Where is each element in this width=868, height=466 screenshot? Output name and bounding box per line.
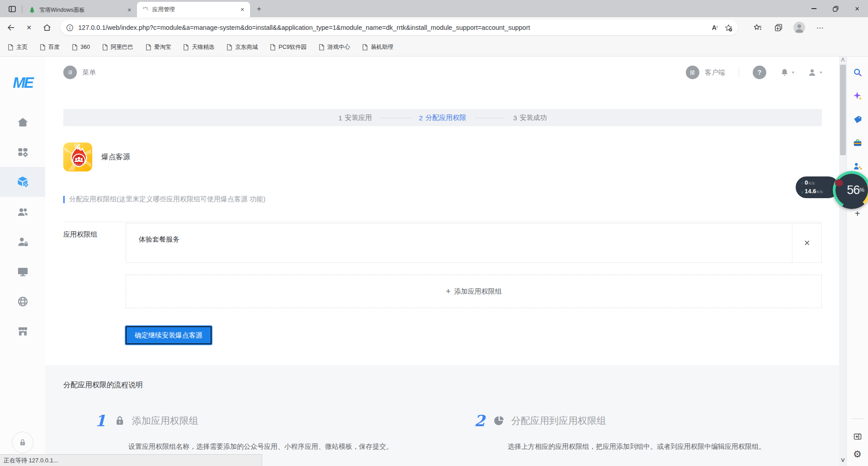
app-sidebar: ME [0,57,45,466]
url-text[interactable]: 127.0.0.1/web/index.php?c=module&a=manag… [78,24,708,31]
edge-sidebar-bottom: ⚙ [847,418,868,466]
bookmark-pc9[interactable]: PC9软件园 [269,43,307,51]
close-window-button[interactable]: ✕ [846,0,868,17]
page-scrollbar[interactable]: ˄ ˅ [839,57,847,466]
profile-avatar[interactable] [792,20,807,35]
confirm-install-button[interactable]: 确定继续安装爆点客源 [126,326,212,344]
sidebar-item-store[interactable] [0,316,45,346]
edge-search-icon[interactable] [850,65,865,80]
chevron-down-icon: ▾ [820,70,822,75]
module-name: 爆点客源 [101,152,130,162]
sidebar-lock[interactable] [0,432,45,453]
notifications-button[interactable]: ▾ [780,68,794,77]
tab-title: 应用管理 [152,6,238,14]
bookmark-homepage[interactable]: 主页 [7,43,28,51]
page-icon [145,44,151,51]
guide-step-title: 分配应用到应用权限组 [511,414,606,427]
sidebar-item-apps[interactable] [0,137,45,167]
edge-toolbox-icon[interactable] [850,135,865,151]
upload-arrow-icon: ↑ [801,180,803,187]
step-connector [474,118,505,118]
settings-more-icon[interactable]: ⋯ [813,20,827,35]
loading-spinner-icon [142,6,149,13]
tab-close-icon[interactable]: ✕ [238,5,246,14]
sidebar-item-home[interactable] [0,107,45,137]
help-button[interactable]: ? [753,66,766,79]
bookmark-jd[interactable]: 京东商城 [226,43,258,51]
caption-text: 分配应用权限组(这里来定义哪些应用权限组可使用爆点客源 功能) [69,195,265,204]
page-icon [269,44,276,51]
page-icon [183,44,189,51]
tab-strip: 宝塔Windows面板 ✕ 应用管理 ✕ + ✕ [0,0,868,17]
sidebar-item-modules[interactable] [0,167,45,197]
form-label: 应用权限组 [63,223,126,263]
bell-icon [780,68,789,77]
new-tab-button[interactable]: + [253,3,265,15]
tab-close-icon[interactable]: ✕ [125,6,133,14]
bookmark-aitaobao[interactable]: 爱淘宝 [145,43,171,51]
client-button[interactable]: 客户端 [686,66,725,79]
back-button[interactable] [4,20,18,35]
edge-open-panel-icon[interactable] [850,429,865,444]
pie-chart-icon [493,415,505,427]
bookmark-baidu[interactable]: 百度 [39,43,60,51]
tab-divider [22,5,22,13]
hexagon-badge [835,179,843,187]
permission-group-form: 应用权限组 体验套餐服务 ✕ [63,223,822,263]
tab-actions-icon[interactable] [5,2,19,16]
step-connector [380,118,411,118]
guide-step-2: 2 分配应用到应用权限组 选择上方相应的应用权限组，把应用添加到组中。或者到应用… [443,412,822,452]
guide-step-desc: 选择上方相应的应用权限组，把应用添加到组中。或者到应用权限中编辑应用权限组。 [508,442,822,452]
account-button[interactable]: ▾ [807,68,822,77]
add-favorite-icon[interactable] [722,21,735,34]
app-logo[interactable]: ME [0,65,45,101]
users-icon [17,206,29,218]
bookmark-zhuangji[interactable]: 装机助理 [362,43,393,51]
address-bar[interactable]: 127.0.0.1/web/index.php?c=module&a=manag… [61,20,738,35]
edge-shopping-icon[interactable] [850,112,865,127]
status-bar: 正在等待 127.0.0.1... [0,454,262,466]
navigation-bar: ✕ 127.0.0.1/web/index.php?c=module&a=man… [0,17,868,38]
bookmark-tmall[interactable]: 天猫精选 [183,43,214,51]
tab-baota-panel[interactable]: 宝塔Windows面板 ✕ [24,3,137,17]
sidebar-item-monitor[interactable] [0,257,45,286]
menu-icon[interactable] [63,66,77,79]
bookmark-alibaba[interactable]: 阿里巴巴 [102,43,133,51]
bookmark-360[interactable]: 360 [71,44,90,51]
sidebar-item-site[interactable] [0,286,45,316]
stop-loading-button[interactable]: ✕ [22,20,36,35]
add-group-button[interactable]: + 添加应用权限组 [126,275,822,308]
sidebar-item-users[interactable] [0,197,45,227]
bookmark-game-center[interactable]: 游戏中心 [318,43,350,51]
remove-group-button[interactable]: ✕ [792,223,821,262]
speed-monitor-widget[interactable]: ↑ 0K/s ↓ 14.6K/s 56 % [796,171,868,209]
scroll-down-arrow[interactable]: ˅ [839,457,847,464]
site-info-icon[interactable] [66,24,74,32]
restore-button[interactable] [825,0,846,17]
guide-step-desc: 设置应用权限组名称，选择需要添加的公众号应用、小程序应用、微站模板，保存提交。 [128,442,443,452]
baota-tree-icon [28,6,36,14]
padlock-icon [114,415,126,427]
guide-section: 分配应用权限的流程说明 1 添加应用权限组 设置应用权限组名称，选择需要添加的公… [45,365,839,466]
minimize-button[interactable] [803,0,825,17]
menu-label[interactable]: 菜单 [82,68,96,77]
edge-settings-icon[interactable]: ⚙ [853,449,862,460]
help-icon: ? [753,66,766,79]
module-info: 爆点客源 [63,143,839,171]
scroll-up-arrow[interactable]: ˄ [839,57,847,64]
module-cube-gear-icon [16,176,29,188]
read-aloud-icon[interactable]: A⁾ [708,21,722,34]
sidebar-item-user-permission[interactable] [0,227,45,257]
sidebar-nav [0,107,45,346]
tab-app-manage[interactable]: 应用管理 ✕ [137,2,250,17]
collections-icon[interactable] [771,20,786,35]
guide-step-number: 1 [95,412,106,430]
plus-icon: + [446,287,451,296]
lock-circle-icon [12,432,33,453]
home-button[interactable] [40,20,54,35]
favorites-icon[interactable] [750,20,765,35]
page-icon [226,44,232,51]
scrollbar-thumb[interactable] [840,65,846,155]
guide-step-1: 1 添加应用权限组 设置应用权限组名称，选择需要添加的公众号应用、小程序应用、微… [63,412,443,452]
edge-copilot-icon[interactable] [850,88,865,104]
